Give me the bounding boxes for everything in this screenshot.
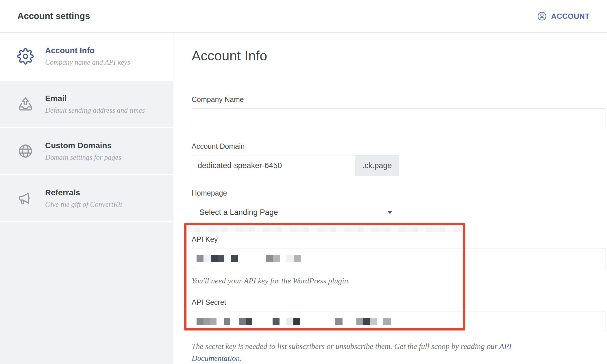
company-name-label: Company Name [192, 95, 607, 104]
sidebar-item-account-info[interactable]: Account Info Company name and API keys [0, 33, 173, 80]
chevron-down-icon [387, 211, 393, 214]
page-title: Account settings [17, 11, 90, 21]
globe-icon [17, 143, 34, 159]
sidebar-item-subtitle: Give the gift of ConvertKit [45, 200, 122, 209]
sidebar-item-subtitle: Default sending address and times [45, 106, 145, 114]
sidebar-item-label: Custom Domains [45, 141, 121, 150]
api-key-input[interactable] [192, 248, 606, 269]
top-header: Account settings ACCOUNT [0, 0, 607, 33]
megaphone-icon [17, 190, 34, 207]
api-secret-note-text: The secret key is needed to list subscri… [192, 342, 499, 351]
section-title: Account Info [192, 48, 607, 64]
account-domain-label: Account Domain [192, 142, 607, 151]
gear-icon [17, 48, 34, 65]
account-domain-group: .ck.page [192, 155, 399, 176]
company-name-input[interactable] [192, 108, 606, 129]
account-button[interactable]: ACCOUNT [537, 11, 590, 21]
settings-sidebar: Account Info Company name and API keys E… [0, 33, 173, 364]
api-secret-note-period: . [240, 354, 242, 363]
api-secret-note: The secret key is needed to list subscri… [192, 341, 562, 364]
sidebar-filler [0, 222, 173, 364]
homepage-label: Homepage [192, 189, 607, 197]
account-button-label: ACCOUNT [551, 12, 590, 21]
sidebar-item-email[interactable]: Email Default sending address and times [0, 81, 173, 127]
section-divider [192, 82, 606, 82]
sidebar-item-referrals[interactable]: Referrals Give the gift of ConvertKit [0, 175, 173, 221]
api-secret-label: API Secret [192, 298, 607, 307]
homepage-select-value: Select a Landing Page [199, 208, 278, 217]
main-content: Account Info Company Name Account Domain… [173, 33, 607, 364]
outbox-icon [17, 96, 34, 112]
user-circle-icon [537, 11, 547, 21]
sidebar-item-label: Referrals [45, 188, 122, 197]
homepage-select[interactable]: Select a Landing Page [192, 202, 400, 223]
domain-suffix-addon: .ck.page [355, 155, 399, 176]
api-key-note: You'll need your API key for the WordPre… [192, 276, 607, 285]
sidebar-item-label: Email [45, 94, 145, 103]
sidebar-item-custom-domains[interactable]: Custom Domains Domain settings for pages [0, 128, 173, 174]
api-secret-input[interactable] [192, 311, 606, 332]
sidebar-item-subtitle: Company name and API keys [45, 58, 130, 66]
api-key-label: API Key [192, 235, 607, 244]
sidebar-item-subtitle: Domain settings for pages [45, 153, 121, 161]
account-domain-input[interactable] [192, 155, 355, 176]
sidebar-item-label: Account Info [45, 46, 130, 55]
